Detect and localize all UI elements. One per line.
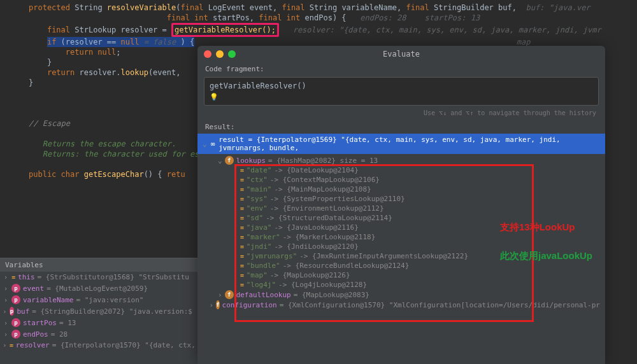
map-value: -> {JndiLookup@2120} bbox=[274, 242, 358, 251]
eq-icon: ≡ bbox=[240, 272, 244, 279]
code-fragment-input[interactable]: getVariableResolver() 💡 bbox=[204, 77, 599, 106]
chevron-right-icon[interactable]: › bbox=[233, 176, 238, 184]
tree-row[interactable]: › ≡ "sys" -> {SystemPropertiesLookup@211… bbox=[197, 194, 605, 204]
variables-header: Variables bbox=[0, 258, 197, 272]
eq-icon: ≡ bbox=[240, 205, 244, 212]
chevron-right-icon[interactable]: › bbox=[233, 214, 238, 222]
chevron-right-icon[interactable]: › bbox=[233, 233, 238, 241]
map-value: -> {StructuredDataLookup@2114} bbox=[266, 214, 392, 222]
tree-row[interactable]: › ≡ "log4j" -> {Log4jLookup@2128} bbox=[197, 280, 605, 290]
chevron-right-icon[interactable]: › bbox=[218, 291, 222, 299]
map-value: -> {MarkerLookup@2118} bbox=[283, 233, 376, 241]
annotation-red: 支持13种LookUp bbox=[500, 221, 575, 234]
highlighted-call: getVariableResolver(); bbox=[171, 23, 279, 37]
variable-row[interactable]: ›pendPos = 28 bbox=[0, 328, 197, 340]
chevron-right-icon[interactable]: › bbox=[233, 195, 238, 203]
eq-icon: ≡ bbox=[11, 274, 15, 281]
tree-row[interactable]: › ≡ "ctx" -> {ContextMapLookup@2106} bbox=[197, 175, 605, 185]
chevron-right-icon[interactable]: › bbox=[233, 281, 238, 289]
code-line: protected String resolveVariable(final L… bbox=[29, 3, 637, 13]
variable-row[interactable]: ›pevent = {MutableLogEvent@2059} bbox=[0, 283, 197, 294]
nav-hint: Use ⌥↓ and ⌥↑ to navigate through the hi… bbox=[197, 108, 605, 120]
variable-row[interactable]: ›pbuf = {StringBuilder@2072} "java.versi… bbox=[0, 305, 197, 317]
var-name: event bbox=[23, 284, 44, 293]
map-key: "bundle" bbox=[247, 262, 280, 270]
close-icon[interactable] bbox=[204, 50, 211, 58]
chevron-right-icon[interactable]: › bbox=[233, 262, 238, 270]
map-key: "sys" bbox=[247, 195, 268, 203]
map-value: -> {JmxRuntimeInputArgumentsLookup@2122} bbox=[299, 252, 468, 260]
chevron-right-icon[interactable]: › bbox=[3, 319, 9, 327]
eq-icon: ≡ bbox=[240, 195, 244, 202]
bulb-icon[interactable]: 💡 bbox=[210, 93, 218, 101]
var-value: = {Interpolator@1570} "{date, ctx, bbox=[52, 341, 196, 349]
eq-icon: ≡ bbox=[10, 342, 13, 349]
field-icon: f bbox=[225, 290, 234, 299]
param-icon: p bbox=[11, 330, 20, 339]
map-key: "java" bbox=[247, 223, 272, 232]
chevron-right-icon[interactable]: › bbox=[233, 242, 238, 251]
chevron-down-icon[interactable]: ⌄ bbox=[203, 140, 207, 148]
map-value: -> {EnvironmentLookup@2112} bbox=[270, 204, 384, 213]
chevron-right-icon[interactable]: › bbox=[233, 185, 238, 193]
var-value: = 13 bbox=[59, 319, 76, 327]
map-key: "jndi" bbox=[247, 242, 272, 251]
chevron-right-icon[interactable]: › bbox=[3, 296, 9, 304]
param-icon: p bbox=[11, 318, 20, 327]
map-value: -> {MainMapLookup@2108} bbox=[274, 185, 371, 193]
tree-row[interactable]: › f configuration = {XmlConfiguration@15… bbox=[197, 300, 605, 310]
tree-row[interactable]: › ≡ "main" -> {MainMapLookup@2108} bbox=[197, 185, 605, 194]
variable-row[interactable]: ›≡resolver = {Interpolator@1570} "{date,… bbox=[0, 340, 197, 351]
chevron-right-icon[interactable]: › bbox=[233, 166, 238, 174]
chevron-down-icon[interactable]: ⌄ bbox=[218, 157, 222, 165]
eq-icon: ≡ bbox=[240, 262, 244, 269]
chevron-right-icon[interactable]: › bbox=[233, 271, 238, 279]
map-value: -> {Log4jLookup@2128} bbox=[278, 281, 367, 289]
chevron-right-icon[interactable]: › bbox=[3, 307, 7, 316]
chevron-right-icon[interactable]: › bbox=[3, 273, 9, 281]
map-key: "ctx" bbox=[247, 176, 268, 184]
variable-row[interactable]: ›pvariableName = "java:version" bbox=[0, 294, 197, 305]
code-line: final StrLookup resolver = getVariableRe… bbox=[29, 23, 637, 37]
variables-panel: Variables ›≡this = {StrSubstitutor@1568}… bbox=[0, 258, 197, 364]
field-name: defaultLookup bbox=[236, 291, 291, 299]
field-name: configuration bbox=[222, 301, 277, 309]
tree-row[interactable]: ⌄ f lookups = {HashMap@2082} size = 13 bbox=[197, 155, 605, 165]
chevron-right-icon[interactable]: › bbox=[210, 301, 214, 309]
variable-row[interactable]: ›pstartPos = 13 bbox=[0, 317, 197, 328]
tree-row[interactable]: › f defaultLookup = {MapLookup@2083} bbox=[197, 290, 605, 300]
maximize-icon[interactable] bbox=[228, 50, 236, 58]
result-header-row[interactable]: ⌄ ∞ result = {Interpolator@1569} "{date,… bbox=[197, 134, 605, 154]
map-key: "jvmrunargs" bbox=[247, 252, 297, 260]
eq-icon: ≡ bbox=[240, 224, 244, 231]
map-key: "date" bbox=[247, 166, 272, 174]
variable-row[interactable]: ›≡this = {StrSubstitutor@1568} "StrSubst… bbox=[0, 272, 197, 283]
chevron-right-icon[interactable]: › bbox=[233, 252, 238, 260]
tree-row[interactable]: › ≡ "marker" -> {MarkerLookup@2118} bbox=[197, 232, 605, 242]
map-key: "main" bbox=[247, 185, 272, 193]
dialog-titlebar[interactable]: Evaluate bbox=[197, 46, 605, 62]
field-value: = {MapLookup@2083} bbox=[294, 291, 369, 299]
var-name: resolver bbox=[16, 341, 50, 349]
tree-row[interactable]: › ≡ "env" -> {EnvironmentLookup@2112} bbox=[197, 204, 605, 213]
tree-row[interactable]: › ≡ "bundle" -> {ResourceBundleLookup@21… bbox=[197, 261, 605, 270]
tree-row[interactable]: › ≡ "map" -> {MapLookup@2126} bbox=[197, 270, 605, 280]
var-name: buf bbox=[17, 307, 29, 316]
minimize-icon[interactable] bbox=[216, 50, 224, 58]
chevron-right-icon[interactable]: › bbox=[3, 341, 7, 349]
var-value: = {StrSubstitutor@1568} "StrSubstitu bbox=[38, 273, 189, 281]
field-value: = {XmlConfiguration@1570} "XmlConfigurat… bbox=[280, 301, 600, 309]
code-fragment-label: Code fragment: bbox=[197, 62, 605, 76]
eq-icon: ≡ bbox=[240, 234, 244, 241]
chevron-right-icon[interactable]: › bbox=[233, 204, 238, 213]
field-icon: f bbox=[225, 156, 234, 165]
eq-icon: ≡ bbox=[240, 243, 244, 250]
chevron-right-icon[interactable]: › bbox=[3, 284, 9, 293]
var-value: = 28 bbox=[51, 330, 68, 339]
result-label: Result: bbox=[197, 120, 605, 134]
map-value: -> {JavaLookup@2116} bbox=[274, 223, 358, 232]
chevron-right-icon[interactable]: › bbox=[3, 330, 9, 339]
chevron-right-icon[interactable]: › bbox=[233, 223, 238, 232]
eq-icon: ≡ bbox=[240, 281, 244, 288]
tree-row[interactable]: › ≡ "date" -> {DateLookup@2104} bbox=[197, 165, 605, 175]
